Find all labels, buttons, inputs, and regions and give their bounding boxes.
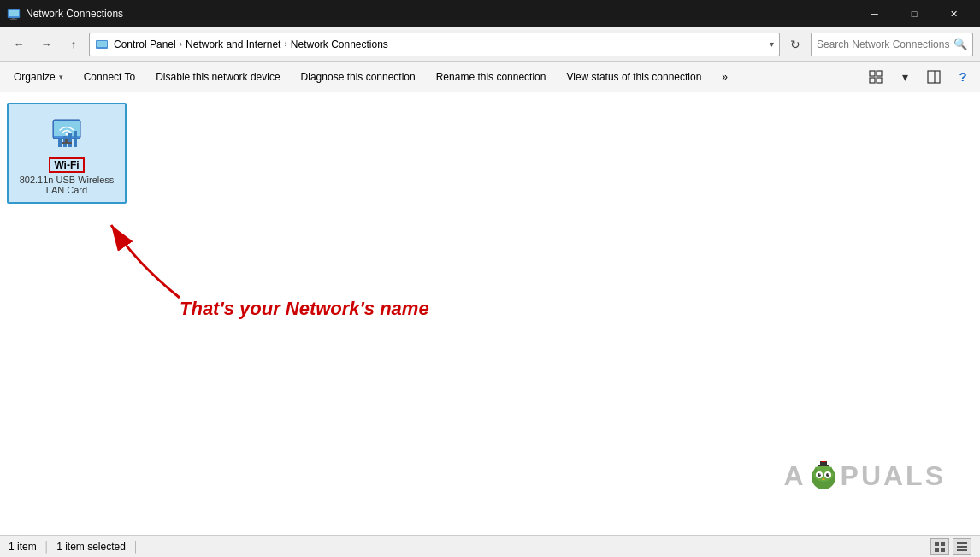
svg-rect-39 bbox=[941, 548, 945, 552]
svg-rect-38 bbox=[935, 548, 939, 552]
more-options-button[interactable]: » bbox=[712, 63, 737, 90]
svg-rect-41 bbox=[957, 546, 967, 548]
organize-chevron: ▾ bbox=[59, 73, 63, 81]
svg-rect-17 bbox=[74, 131, 77, 147]
wifi-connection-item[interactable]: Wi-Fi 802.11n USB Wireless LAN Card bbox=[7, 103, 127, 204]
view-status-button[interactable]: View status of this connection bbox=[557, 63, 711, 90]
svg-rect-2 bbox=[12, 18, 15, 19]
svg-rect-37 bbox=[941, 542, 945, 546]
network-description: 802.11n USB Wireless LAN Card bbox=[15, 175, 118, 195]
appuals-watermark: A PUA bbox=[783, 459, 946, 492]
app-icon bbox=[7, 7, 21, 21]
up-button[interactable]: ↑ bbox=[62, 33, 86, 56]
svg-rect-9 bbox=[877, 78, 882, 83]
svg-rect-6 bbox=[870, 71, 875, 76]
svg-rect-10 bbox=[928, 71, 940, 83]
appuals-owl-icon bbox=[807, 459, 840, 492]
content-area: Wi-Fi 802.11n USB Wireless LAN Card That… bbox=[0, 92, 980, 535]
search-input[interactable] bbox=[817, 39, 953, 50]
svg-rect-14 bbox=[58, 139, 62, 147]
preview-pane-button[interactable] bbox=[922, 65, 946, 89]
svg-rect-42 bbox=[957, 549, 967, 551]
window-title: Network Connections bbox=[26, 8, 855, 20]
minimize-button[interactable]: ─ bbox=[855, 0, 894, 27]
view-dropdown-button[interactable]: ▾ bbox=[893, 65, 917, 89]
svg-rect-5 bbox=[97, 41, 107, 47]
selected-count: 1 item selected bbox=[56, 541, 126, 553]
status-list-view[interactable] bbox=[953, 538, 971, 555]
title-bar: Network Connections ─ □ ✕ bbox=[0, 0, 980, 27]
address-bar: ← → ↑ Control Panel › Network and Intern… bbox=[0, 27, 980, 62]
svg-rect-8 bbox=[870, 78, 875, 83]
breadcrumb-control-panel[interactable]: Control Panel bbox=[114, 39, 176, 50]
svg-point-20 bbox=[66, 133, 68, 136]
refresh-button[interactable]: ↻ bbox=[783, 33, 807, 56]
connect-to-button[interactable]: Connect To bbox=[74, 63, 145, 90]
help-button[interactable]: ? bbox=[951, 65, 975, 89]
status-view-controls bbox=[930, 538, 971, 555]
svg-rect-18 bbox=[65, 139, 68, 142]
breadcrumb-dropdown[interactable]: ▾ bbox=[770, 39, 774, 49]
organize-button[interactable]: Organize ▾ bbox=[4, 63, 73, 90]
diagnose-button[interactable]: Diagnose this connection bbox=[292, 63, 425, 90]
svg-rect-3 bbox=[10, 19, 17, 20]
status-grid-view[interactable] bbox=[930, 538, 949, 555]
search-icon[interactable]: 🔍 bbox=[953, 38, 967, 50]
svg-rect-40 bbox=[957, 542, 967, 544]
network-name: Wi-Fi bbox=[49, 157, 84, 173]
window-controls: ─ □ ✕ bbox=[855, 0, 973, 27]
status-bar: 1 item │ 1 item selected │ bbox=[0, 535, 980, 557]
svg-point-30 bbox=[819, 473, 821, 475]
disable-network-button[interactable]: Disable this network device bbox=[146, 63, 289, 90]
item-count: 1 item bbox=[9, 541, 37, 553]
forward-button[interactable]: → bbox=[34, 33, 58, 56]
maximize-button[interactable]: □ bbox=[894, 0, 934, 27]
svg-rect-16 bbox=[68, 133, 72, 147]
rename-button[interactable]: Rename this connection bbox=[427, 63, 556, 90]
back-button[interactable]: ← bbox=[7, 33, 31, 56]
search-box[interactable]: 🔍 bbox=[811, 33, 973, 56]
svg-point-31 bbox=[828, 473, 829, 475]
svg-rect-19 bbox=[62, 142, 72, 144]
breadcrumb-network-internet[interactable]: Network and Internet bbox=[186, 39, 280, 50]
breadcrumb-bar[interactable]: Control Panel › Network and Internet › N… bbox=[89, 33, 780, 56]
breadcrumb-current: Network Connections bbox=[291, 39, 388, 50]
view-options-button[interactable] bbox=[864, 65, 888, 89]
wifi-icon bbox=[46, 113, 87, 154]
svg-rect-35 bbox=[821, 461, 826, 462]
svg-rect-36 bbox=[935, 542, 939, 546]
wifi-icon-container bbox=[46, 113, 87, 154]
svg-rect-1 bbox=[9, 10, 19, 16]
toolbar: Organize ▾ Connect To Disable this netwo… bbox=[0, 62, 980, 92]
toolbar-right: ▾ ? bbox=[862, 62, 977, 92]
close-button[interactable]: ✕ bbox=[934, 0, 973, 27]
annotation-text: That's your Network's name bbox=[180, 298, 429, 320]
svg-rect-7 bbox=[877, 71, 882, 76]
